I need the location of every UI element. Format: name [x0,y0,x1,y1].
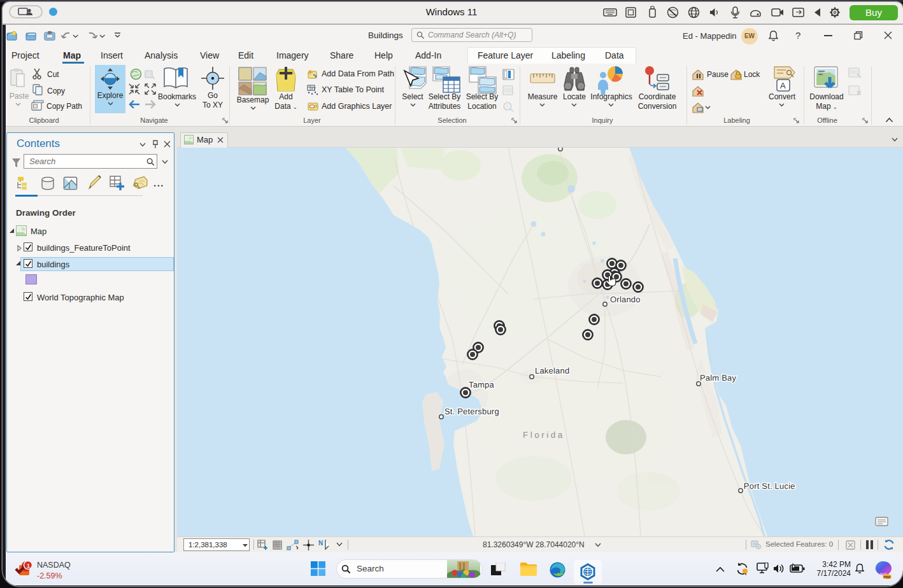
svg-text:Florida: Florida [523,430,565,440]
svg-text:Port St. Lucie: Port St. Lucie [744,481,795,491]
svg-text:Lakeland: Lakeland [535,366,569,375]
svg-text:Orlando: Orlando [610,295,641,304]
svg-text:A: A [780,81,786,90]
svg-text:XY: XY [311,87,316,90]
svg-text:St. Petersburg: St. Petersburg [444,407,499,416]
svg-text:N: N [318,540,323,547]
svg-text:Palm Bay: Palm Bay [700,373,737,382]
svg-text:1: 1 [27,563,30,569]
svg-text:Tampa: Tampa [469,380,495,389]
svg-text:PRE: PRE [884,575,892,579]
